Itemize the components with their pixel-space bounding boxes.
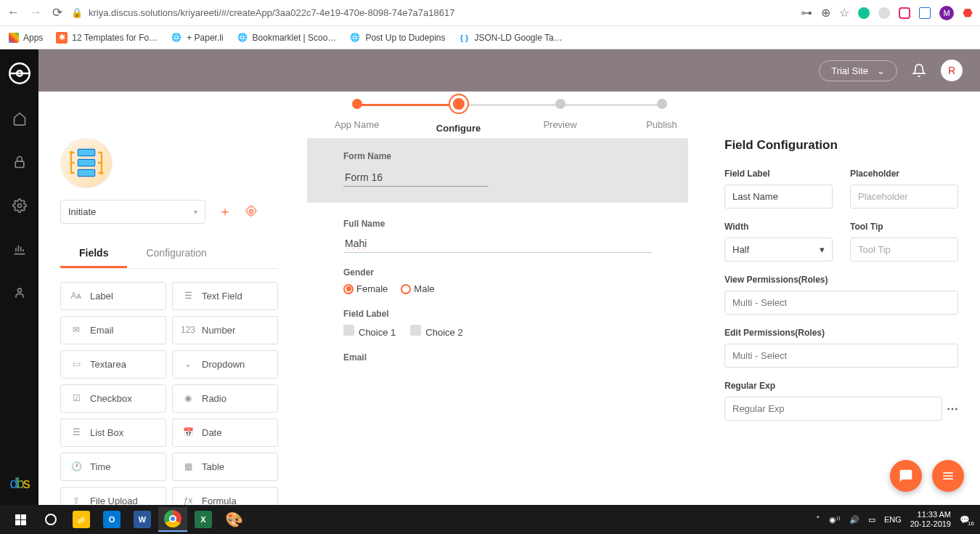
ext-blue-icon[interactable] bbox=[919, 7, 931, 19]
task-word[interactable]: W bbox=[128, 507, 157, 532]
reload-icon[interactable]: ⟳ bbox=[52, 5, 62, 20]
ext-grey-icon[interactable] bbox=[878, 7, 890, 19]
star-icon[interactable]: ☆ bbox=[839, 6, 849, 20]
ext-grammarly-icon[interactable] bbox=[858, 7, 870, 19]
svg-rect-5 bbox=[78, 160, 94, 166]
field-time[interactable]: 🕐Time bbox=[60, 453, 166, 481]
task-explorer[interactable]: 📁 bbox=[67, 507, 96, 532]
lock-icon[interactable] bbox=[10, 153, 29, 171]
field-formula[interactable]: ƒxFormula bbox=[172, 487, 278, 505]
tab-configuration[interactable]: Configuration bbox=[127, 240, 225, 268]
placeholder-label: Placeholder bbox=[850, 169, 958, 179]
field-radio[interactable]: ◉Radio bbox=[172, 384, 278, 413]
task-excel[interactable]: X bbox=[189, 507, 218, 532]
placeholder-input[interactable] bbox=[850, 185, 958, 209]
email-icon: ✉ bbox=[70, 325, 83, 335]
field-dropdown[interactable]: ⌄Dropdown bbox=[172, 350, 278, 379]
user-avatar[interactable]: R bbox=[941, 60, 963, 81]
forward-icon[interactable]: → bbox=[30, 5, 42, 20]
globe-icon: 🌐 bbox=[171, 32, 182, 44]
address-bar[interactable]: 🔒 kriya.discus.solutions/kriyareeti/#/cr… bbox=[71, 7, 792, 18]
add-stage-button[interactable]: ＋ bbox=[219, 203, 232, 220]
tray-datetime[interactable]: 11:33 AM 20-12-2019 bbox=[910, 510, 951, 529]
jsonld-icon: { } bbox=[458, 32, 470, 44]
field-textarea[interactable]: ▭Textarea bbox=[60, 350, 166, 379]
bookmarks-bar: Apps ✱ 12 Templates for Fo… 🌐 + Paper.li… bbox=[0, 26, 980, 49]
globe-icon: 🌐 bbox=[237, 32, 248, 44]
fullname-label: Full Name bbox=[343, 219, 652, 229]
browser-profile-avatar[interactable]: M bbox=[939, 6, 954, 20]
bookmark-jsonld[interactable]: { } JSON-LD Google Ta… bbox=[458, 32, 562, 44]
dropdown-icon: ⌄ bbox=[181, 359, 195, 369]
cortana-button[interactable] bbox=[36, 507, 65, 532]
view-perm-input[interactable] bbox=[724, 291, 958, 315]
tooltip-input[interactable] bbox=[850, 238, 958, 262]
task-paint[interactable]: 🎨 bbox=[219, 507, 248, 532]
tray-chevron-icon[interactable]: ˄ bbox=[816, 515, 820, 525]
svg-point-3 bbox=[17, 288, 21, 292]
bookmark-dudepins[interactable]: 🌐 Post Up to Dudepins bbox=[349, 32, 445, 44]
field-label-input[interactable] bbox=[724, 185, 833, 209]
svg-point-8 bbox=[100, 171, 104, 175]
task-chrome[interactable] bbox=[158, 507, 187, 532]
svg-point-2 bbox=[17, 204, 21, 208]
field-number[interactable]: 123Number bbox=[172, 316, 278, 344]
apps-button[interactable]: Apps bbox=[9, 33, 43, 43]
fab-chat-button[interactable] bbox=[890, 460, 922, 492]
edit-perm-input[interactable] bbox=[724, 344, 958, 368]
field-email[interactable]: ✉Email bbox=[60, 316, 166, 344]
key-icon[interactable]: ⊶ bbox=[801, 6, 812, 20]
tray-notifications[interactable]: 💬16 bbox=[960, 515, 970, 525]
fullname-input[interactable] bbox=[343, 235, 652, 253]
field-date[interactable]: 📅Date bbox=[172, 418, 278, 447]
bookmark-paperli[interactable]: 🌐 + Paper.li bbox=[171, 32, 223, 44]
form-canvas: Form Name Full Name Gender Female Male bbox=[307, 138, 688, 505]
task-outlook[interactable]: O bbox=[97, 507, 126, 532]
bookmark-scoop[interactable]: 🌐 Bookmarklet | Scoo… bbox=[237, 32, 337, 44]
radio-icon: ◉ bbox=[181, 393, 195, 403]
field-fileupload[interactable]: ⇪File Upload bbox=[60, 487, 166, 505]
zoom-icon[interactable]: ⊕ bbox=[821, 6, 830, 20]
config-title: Field Configuration bbox=[724, 138, 958, 153]
stage-settings-button[interactable] bbox=[245, 205, 258, 218]
ext-adblock-icon[interactable]: ⬣ bbox=[963, 6, 973, 20]
field-table[interactable]: ▦Table bbox=[172, 453, 278, 481]
users-icon[interactable] bbox=[10, 283, 29, 302]
form-name-input[interactable] bbox=[343, 169, 489, 187]
site-selector[interactable]: Trial Site ⌄ bbox=[819, 60, 897, 81]
home-icon[interactable] bbox=[10, 109, 29, 128]
field-checkbox[interactable]: ☑Checkbox bbox=[60, 384, 166, 413]
analytics-icon[interactable] bbox=[10, 240, 29, 259]
app-logo-icon[interactable] bbox=[9, 62, 30, 84]
choice2-checkbox[interactable]: Choice 2 bbox=[410, 325, 462, 338]
gender-male-radio[interactable]: Male bbox=[401, 283, 434, 294]
app-icon-preview[interactable] bbox=[60, 138, 113, 188]
regex-input[interactable] bbox=[724, 397, 942, 421]
tray-lang[interactable]: ENG bbox=[884, 515, 902, 524]
bookmark-templates[interactable]: ✱ 12 Templates for Fo… bbox=[56, 32, 158, 44]
ext-instagram-icon[interactable] bbox=[899, 7, 910, 19]
tray-wifi-icon[interactable]: ◉⁾⁾ bbox=[829, 515, 841, 525]
field-label[interactable]: AᴀLabel bbox=[60, 282, 166, 310]
bell-icon[interactable] bbox=[912, 63, 926, 78]
tray-battery-icon[interactable]: ▭ bbox=[868, 515, 875, 525]
fab-menu-button[interactable] bbox=[932, 460, 964, 492]
gear-icon[interactable] bbox=[10, 196, 29, 215]
tooltip-label: Tool Tip bbox=[850, 222, 958, 232]
chevron-down-icon: ⌄ bbox=[877, 65, 885, 76]
choice1-checkbox[interactable]: Choice 1 bbox=[343, 325, 396, 338]
regex-more-button[interactable]: ⋯ bbox=[947, 402, 958, 416]
number-icon: 123 bbox=[181, 325, 195, 335]
field-textfield[interactable]: ☰Text Field bbox=[172, 282, 278, 310]
stage-select[interactable]: Initiate ▾ bbox=[60, 200, 205, 224]
width-select[interactable]: Half ▾ bbox=[724, 238, 833, 262]
chevron-down-icon: ▾ bbox=[820, 244, 825, 255]
back-icon[interactable]: ← bbox=[7, 5, 20, 20]
gender-female-radio[interactable]: Female bbox=[343, 283, 388, 294]
start-button[interactable] bbox=[6, 507, 35, 532]
step-app-name[interactable]: App Name bbox=[306, 99, 408, 130]
tray-volume-icon[interactable]: 🔊 bbox=[849, 515, 859, 525]
field-listbox[interactable]: ☰List Box bbox=[60, 418, 166, 447]
svg-point-9 bbox=[250, 210, 253, 214]
tab-fields[interactable]: Fields bbox=[60, 240, 127, 268]
